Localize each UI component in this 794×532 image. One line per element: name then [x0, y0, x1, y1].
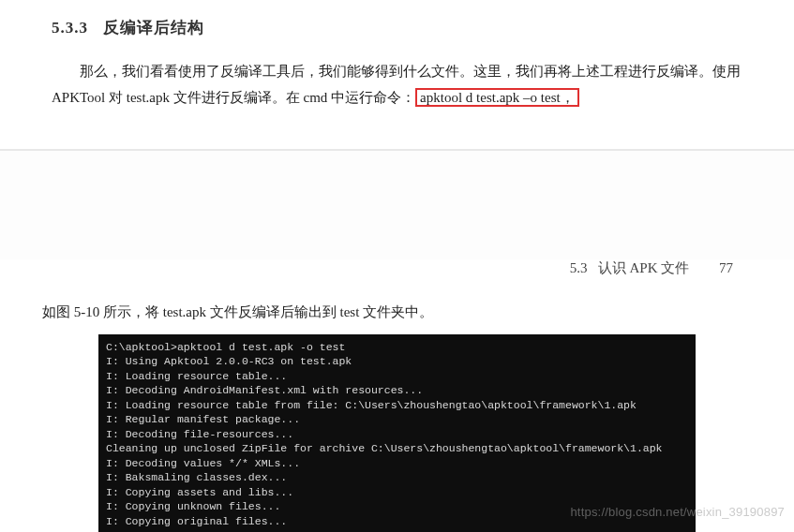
- section-paragraph: 那么，我们看看使用了反编译工具后，我们能够得到什么文件。这里，我们再将上述工程进…: [52, 59, 742, 111]
- header-section-ref: 5.3: [570, 260, 588, 275]
- page2-paragraph: 如图 5-10 所示，将 test.apk 文件反编译后输出到 test 文件夹…: [42, 300, 752, 325]
- page-gap: [0, 149, 794, 259]
- terminal-output: C:\apktool>apktool d test.apk -o test I:…: [98, 334, 696, 533]
- running-header: 5.3 认识 APK 文件 77: [42, 259, 752, 277]
- second-page-section: 5.3 认识 APK 文件 77 如图 5-10 所示，将 test.apk 文…: [0, 259, 794, 533]
- highlighted-command: apktool d test.apk –o test，: [415, 88, 579, 107]
- header-section-name: 认识 APK 文件: [598, 260, 690, 275]
- top-page-section: 5.3.3 反编译后结构 那么，我们看看使用了反编译工具后，我们能够得到什么文件…: [0, 0, 794, 149]
- section-heading: 5.3.3 反编译后结构: [52, 17, 742, 38]
- para-text: 那么，我们看看使用了反编译工具后，我们能够得到什么文件。这里，我们再将上述工程进…: [52, 64, 741, 105]
- section-title: 反编译后结构: [103, 19, 204, 37]
- watermark-text: https://blog.csdn.net/weixin_39190897: [570, 505, 785, 519]
- page-number: 77: [719, 260, 733, 275]
- section-number: 5.3.3: [52, 19, 88, 37]
